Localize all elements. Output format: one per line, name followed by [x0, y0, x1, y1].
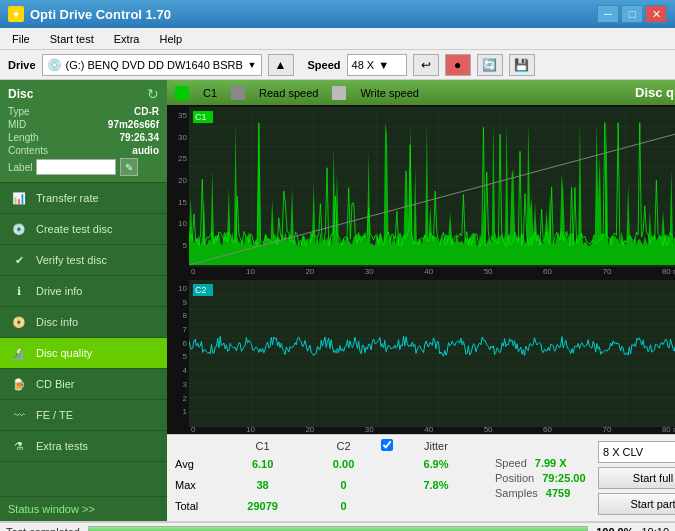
close-button[interactable]: ✕ — [645, 5, 667, 23]
avg-jitter: 6.9% — [397, 453, 475, 474]
disc-quality-title: Disc quality — [635, 85, 675, 100]
max-jitter: 7.8% — [397, 474, 475, 495]
chart-icon: 📊 — [10, 189, 28, 207]
verify-icon: ✔ — [10, 251, 28, 269]
disc-contents-value: audio — [132, 145, 159, 156]
c1-chart-canvas — [189, 107, 675, 265]
drive-dropdown-arrow: ▼ — [248, 60, 257, 70]
status-percent: 100.0% — [596, 526, 633, 531]
sidebar-item-disc-info[interactable]: 📀 Disc info — [0, 307, 167, 338]
write-legend-color — [332, 86, 346, 100]
menu-bar: File Start test Extra Help — [0, 28, 675, 50]
fe-te-icon: 〰 — [10, 406, 28, 424]
read-legend-color — [231, 86, 245, 100]
sidebar-item-create-test-disc[interactable]: 💿 Create test disc — [0, 214, 167, 245]
main-content: Disc ↻ Type CD-R MID 97m26s66f Length 79… — [0, 80, 675, 521]
speed-label: Speed — [308, 59, 341, 71]
speed-value: 48 X — [352, 59, 375, 71]
avg-c2: 0.00 — [310, 453, 377, 474]
speed-dropdown-arrow: ▼ — [378, 59, 389, 71]
menu-extra[interactable]: Extra — [106, 31, 148, 47]
c2-chart-container: 10 9 8 7 6 5 4 3 2 1 10% 8% — [167, 280, 675, 425]
menu-help[interactable]: Help — [151, 31, 190, 47]
total-c1: 29079 — [215, 496, 310, 517]
stats-table: C1 C2 Jitter Avg 6.10 0.00 6.9% — [175, 439, 475, 517]
c1-legend-label: C1 — [203, 87, 217, 99]
drive-eject-button[interactable]: ▲ — [268, 54, 294, 76]
speed-stat-label: Speed — [495, 457, 527, 469]
drive-save-button[interactable]: 💾 — [509, 54, 535, 76]
avg-label: Avg — [175, 453, 215, 474]
status-bar: Test completed 100.0% 10:10 — [0, 521, 675, 531]
max-c2: 0 — [310, 474, 377, 495]
stats-total-row: Total 29079 0 — [175, 496, 475, 517]
app-icon: ★ — [8, 6, 24, 22]
menu-start-test[interactable]: Start test — [42, 31, 102, 47]
sidebar-item-disc-quality[interactable]: 🔬 Disc quality — [0, 338, 167, 369]
sidebar-item-verify-test-disc-label: Verify test disc — [36, 254, 107, 266]
disc-type-value: CD-R — [134, 106, 159, 117]
start-full-button[interactable]: Start full — [598, 467, 675, 489]
start-part-button[interactable]: Start part — [598, 493, 675, 515]
status-time: 10:10 — [641, 526, 669, 531]
c1-chart-area — [189, 107, 675, 267]
sidebar-item-drive-info-label: Drive info — [36, 285, 82, 297]
title-bar: ★ Opti Drive Control 1.70 ─ □ ✕ — [0, 0, 675, 28]
disc-type-row: Type CD-R — [8, 106, 159, 117]
disc-type-label: Type — [8, 106, 30, 117]
disc-label-row: Label ✎ — [8, 158, 159, 176]
sidebar-item-disc-quality-label: Disc quality — [36, 347, 92, 359]
sidebar-item-transfer-rate-label: Transfer rate — [36, 192, 99, 204]
right-stats-panel: Speed 7.99 X Position 79:25.00 Samples 4… — [487, 439, 586, 517]
samples-value: 4759 — [546, 487, 570, 499]
samples-row: Samples 4759 — [495, 487, 586, 499]
speed-stat-value: 7.99 X — [535, 457, 567, 469]
title-bar-left: ★ Opti Drive Control 1.70 — [8, 6, 171, 22]
sidebar-item-drive-info[interactable]: ℹ Drive info — [0, 276, 167, 307]
maximize-button[interactable]: □ — [621, 5, 643, 23]
disc-length-value: 79:26.34 — [120, 132, 159, 143]
sidebar-item-disc-info-label: Disc info — [36, 316, 78, 328]
disc-info-icon: 📀 — [10, 313, 28, 331]
disc-label-input[interactable] — [36, 159, 116, 175]
drive-select[interactable]: 💿 (G:) BENQ DVD DD DW1640 BSRB ▼ — [42, 54, 262, 76]
stats-max-row: Max 38 0 7.8% — [175, 474, 475, 495]
c1-chart-container: 35 30 25 20 15 10 5 56 X 48 X 40 X 32 X — [167, 107, 675, 267]
max-c1: 38 — [215, 474, 310, 495]
sidebar: Disc ↻ Type CD-R MID 97m26s66f Length 79… — [0, 80, 167, 521]
drive-action-button3[interactable]: 🔄 — [477, 54, 503, 76]
drive-action-button2[interactable]: ● — [445, 54, 471, 76]
th-check-spacer — [377, 439, 397, 453]
write-speed-legend-label: Write speed — [360, 87, 419, 99]
disc-quality-header: C1 Read speed Write speed Disc quality — [167, 80, 675, 105]
total-c2: 0 — [310, 496, 377, 517]
sidebar-item-extra-tests-label: Extra tests — [36, 440, 88, 452]
extra-icon: ⚗ — [10, 437, 28, 455]
drive-label: Drive — [8, 59, 36, 71]
jitter-checkbox[interactable] — [381, 439, 393, 451]
action-buttons-panel: 8 X CLV ▼ Start full Start part — [598, 439, 675, 517]
disc-length-label: Length — [8, 132, 39, 143]
total-label: Total — [175, 496, 215, 517]
speed-clv-dropdown[interactable]: 8 X CLV ▼ — [598, 441, 675, 463]
c2-chart-area — [189, 280, 675, 425]
disc-length-row: Length 79:26.34 — [8, 132, 159, 143]
quality-icon: 🔬 — [10, 344, 28, 362]
menu-file[interactable]: File — [4, 31, 38, 47]
sidebar-item-extra-tests[interactable]: ⚗ Extra tests — [0, 431, 167, 462]
drive-action-button1[interactable]: ↩ — [413, 54, 439, 76]
minimize-button[interactable]: ─ — [597, 5, 619, 23]
disc-refresh-button[interactable]: ↻ — [147, 86, 159, 102]
sidebar-item-transfer-rate[interactable]: 📊 Transfer rate — [0, 183, 167, 214]
position-row: Position 79:25.00 — [495, 472, 586, 484]
c1-y-axis: 35 30 25 20 15 10 5 — [167, 107, 189, 267]
speed-select[interactable]: 48 X ▼ — [347, 54, 407, 76]
app-title: Opti Drive Control 1.70 — [30, 7, 171, 22]
disc-label-edit-button[interactable]: ✎ — [120, 158, 138, 176]
sidebar-item-cd-bier[interactable]: 🍺 CD Bier — [0, 369, 167, 400]
sidebar-item-fe-te[interactable]: 〰 FE / TE — [0, 400, 167, 431]
position-value: 79:25.00 — [542, 472, 585, 484]
c1-x-axis: 0 10 20 30 40 50 60 70 80 min — [189, 267, 675, 276]
sidebar-item-verify-test-disc[interactable]: ✔ Verify test disc — [0, 245, 167, 276]
status-window-button[interactable]: Status window >> — [0, 496, 167, 521]
